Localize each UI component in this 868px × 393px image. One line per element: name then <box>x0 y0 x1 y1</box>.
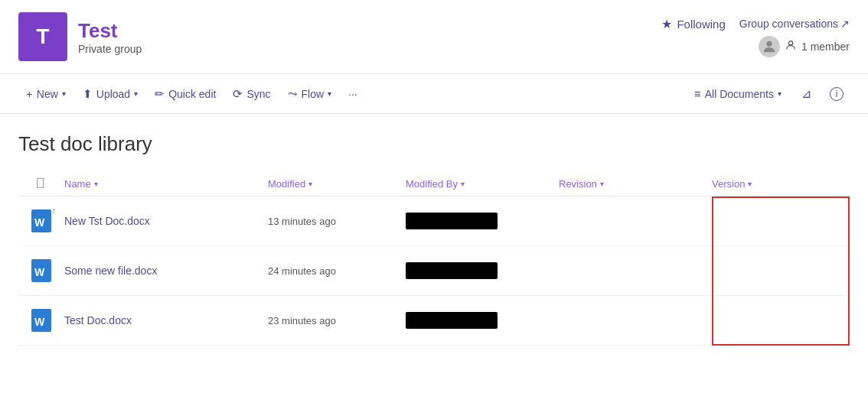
chevron-down-icon-version: ▾ <box>748 180 752 188</box>
svg-text:W: W <box>34 266 45 278</box>
person-icon <box>761 38 778 55</box>
document-list: Name ▾ Modified ▾ Modified By ▾ Revision… <box>18 171 850 346</box>
external-link-icon: ↗ <box>840 18 850 30</box>
following-button[interactable]: ★ Following <box>661 17 725 31</box>
word-doc-icon: W <box>31 259 51 282</box>
doc-icon-cell: W <box>18 309 64 332</box>
filter-icon: ⊿ <box>801 87 811 100</box>
info-icon: i <box>830 87 844 101</box>
doc-modified-by <box>406 213 498 229</box>
chevron-down-icon: ▾ <box>62 89 66 98</box>
version-column-header[interactable]: Version ▾ <box>712 178 850 190</box>
toolbar: + New ▾ ⬆ Upload ▾ ✏ Quick edit ⟳ Sync ⤳… <box>0 74 868 114</box>
members-row: 1 member <box>759 36 850 57</box>
chevron-down-icon-flow: ▾ <box>328 89 331 98</box>
sync-label: Sync <box>246 88 270 100</box>
table-row: W ↑ New Tst Doc.docx13 minutes ago <box>18 196 850 246</box>
chevron-down-icon-modifiedby: ▾ <box>461 180 465 188</box>
table-row: W Test Doc.docx23 minutes ago <box>18 296 850 346</box>
name-col-label: Name <box>64 178 91 190</box>
header-left: T Test Private group <box>18 12 142 61</box>
chevron-down-icon-revision: ▾ <box>600 180 604 188</box>
doc-icon-cell: W ↑ <box>18 209 64 232</box>
main-content: Test doc library Name ▾ Modified ▾ Modif… <box>0 114 868 358</box>
sync-button[interactable]: ⟳ Sync <box>225 83 278 106</box>
all-documents-button[interactable]: ≡ All Documents ▾ <box>687 83 789 105</box>
name-column-header[interactable]: Name ▾ <box>64 178 268 190</box>
plus-icon: + <box>26 87 33 100</box>
group-conversations-link[interactable]: Group conversations ↗ <box>739 18 850 30</box>
person-outline-icon <box>785 39 797 54</box>
new-label: New <box>37 88 58 100</box>
doc-version <box>712 204 850 238</box>
group-info: Test Private group <box>78 19 142 55</box>
more-label: ··· <box>348 88 357 100</box>
header-right: ★ Following Group conversations ↗ <box>661 17 850 57</box>
upload-icon: ⬆ <box>83 87 93 101</box>
flow-label: Flow <box>302 88 325 100</box>
toolbar-right: ≡ All Documents ▾ ⊿ i <box>687 82 850 106</box>
flow-icon: ⤳ <box>288 87 298 101</box>
doc-modified: 13 minutes ago <box>268 216 406 227</box>
table-row: W Some new file.docx24 minutes ago <box>18 246 850 296</box>
list-icon: ≡ <box>694 87 701 100</box>
doc-version <box>712 254 850 287</box>
svg-point-0 <box>766 41 772 46</box>
doc-name[interactable]: Test Doc.docx <box>64 314 268 326</box>
filter-button[interactable]: ⊿ <box>795 82 817 106</box>
modified-col-label: Modified <box>268 178 305 190</box>
doc-modified-by <box>406 312 498 329</box>
word-doc-icon: W ↑ <box>31 209 51 232</box>
modified-by-col-label: Modified By <box>406 178 458 190</box>
svg-point-1 <box>788 41 792 45</box>
doc-icon-cell: W <box>18 259 64 282</box>
new-button[interactable]: + New ▾ <box>18 83 73 105</box>
group-name: Test <box>78 19 142 43</box>
toolbar-left: + New ▾ ⬆ Upload ▾ ✏ Quick edit ⟳ Sync ⤳… <box>18 83 684 106</box>
more-button[interactable]: ··· <box>341 83 365 105</box>
modified-by-column-header[interactable]: Modified By ▾ <box>406 178 559 190</box>
svg-rect-2 <box>38 178 44 187</box>
members-avatar-icon <box>759 36 780 57</box>
page-header: T Test Private group ★ Following Group c… <box>0 0 868 74</box>
svg-text:W: W <box>34 216 45 229</box>
chevron-down-icon-upload: ▾ <box>134 89 138 98</box>
members-count: 1 member <box>801 41 850 53</box>
file-list-body: W ↑ New Tst Doc.docx13 minutes ago W Som… <box>18 196 850 346</box>
modified-column-header[interactable]: Modified ▾ <box>268 178 406 190</box>
info-button[interactable]: i <box>824 82 850 106</box>
upload-button[interactable]: ⬆ Upload ▾ <box>75 83 145 106</box>
star-icon: ★ <box>661 17 672 31</box>
doc-version <box>712 304 850 337</box>
file-icon-header <box>35 177 47 190</box>
checkbox-col-header <box>18 177 64 190</box>
svg-text:W: W <box>34 316 45 328</box>
upload-label: Upload <box>96 88 130 100</box>
doc-name[interactable]: Some new file.docx <box>64 265 268 277</box>
doc-modified: 23 minutes ago <box>268 315 406 326</box>
pencil-icon: ✏ <box>155 87 165 101</box>
word-doc-icon: W <box>31 309 51 332</box>
doc-modified: 24 minutes ago <box>268 265 406 277</box>
group-type: Private group <box>78 43 142 55</box>
group-conversations-label: Group conversations <box>739 18 838 30</box>
group-avatar: T <box>18 12 67 61</box>
header-actions: ★ Following Group conversations ↗ <box>661 17 850 31</box>
chevron-down-icon-modified: ▾ <box>308 180 312 188</box>
doc-name[interactable]: New Tst Doc.docx <box>64 215 268 227</box>
version-col-label: Version <box>712 178 745 190</box>
chevron-down-icon-name: ▾ <box>94 180 98 188</box>
flow-button[interactable]: ⤳ Flow ▾ <box>280 83 340 106</box>
chevron-down-icon-docs: ▾ <box>778 89 782 98</box>
quick-edit-label: Quick edit <box>168 88 216 100</box>
following-label: Following <box>677 18 725 31</box>
revision-col-label: Revision <box>559 178 597 190</box>
library-title: Test doc library <box>18 132 850 156</box>
sync-icon: ⟳ <box>233 87 243 101</box>
all-documents-label: All Documents <box>705 88 774 100</box>
quick-edit-button[interactable]: ✏ Quick edit <box>147 83 224 106</box>
revision-column-header[interactable]: Revision ▾ <box>559 178 712 190</box>
doc-modified-by <box>406 262 498 279</box>
column-headers: Name ▾ Modified ▾ Modified By ▾ Revision… <box>18 171 850 196</box>
